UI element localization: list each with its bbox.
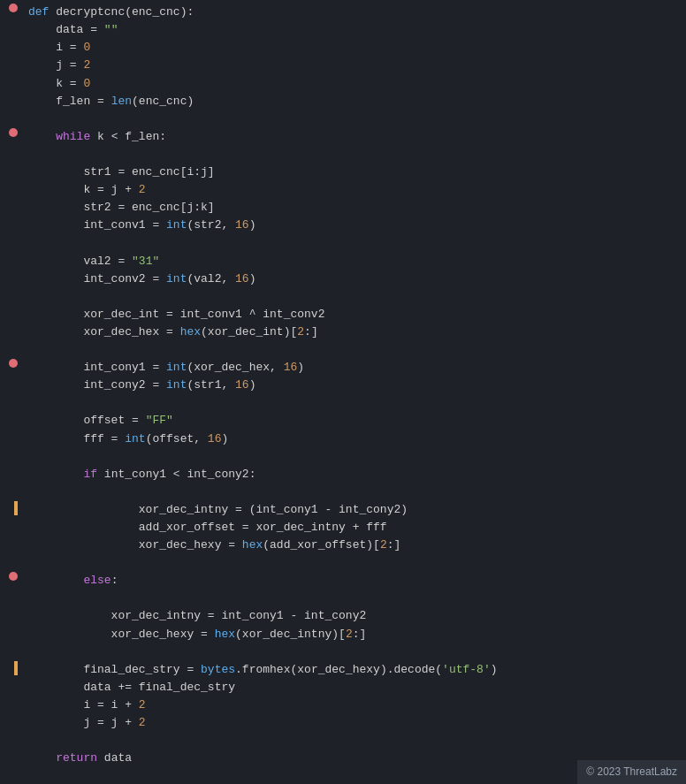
code-line: while k < f_len: [0,128,686,146]
code-line: xor_dec_hexy = hex(add_xor_offset)[2:] [0,537,686,554]
code-line: int_conv2 = int(val2, 16) [0,270,686,288]
code-text: j = 2 [25,57,679,74]
code-line: k = j + 2 [0,181,686,199]
code-text: val2 = "31" [25,253,679,270]
code-line: k = 0 [0,75,686,93]
code-editor: def decryptcnc(enc_cnc): data = "" i = 0… [0,0,686,784]
line-gutter [0,359,25,368]
code-text: int_cony2 = int(str1, 16) [25,377,679,394]
code-text: int_cony1 = int(xor_dec_hex, 16) [25,359,679,377]
code-line: if int_cony1 < int_cony2: [0,466,686,483]
code-line: val2 = "31" [0,253,686,270]
code-line [0,732,686,750]
code-line [0,590,686,607]
code-text: if int_cony1 < int_cony2: [25,466,679,483]
code-text: offset = "FF" [25,412,679,430]
code-line [0,448,686,466]
code-line: offset = "FF" [0,412,686,430]
line-gutter [0,572,25,581]
code-line [0,643,686,661]
line-gutter [0,128,25,137]
code-text: i = 0 [25,39,679,57]
code-line: add_xor_offset = xor_dec_intny + fff [0,519,686,537]
code-line: else: [0,572,686,590]
code-text: xor_dec_intny = int_cony1 - int_cony2 [25,607,679,625]
code-text: xor_dec_hexy = hex(add_xor_offset)[2:] [25,537,679,554]
code-text: k = 0 [25,75,679,93]
code-line: int_cony1 = int(xor_dec_hex, 16) [0,359,686,377]
code-line: i = 0 [0,39,686,57]
breakpoint-marker [9,128,18,137]
breakpoint-marker [9,359,18,368]
code-text: data = "" [25,21,679,39]
code-text: def decryptcnc(enc_cnc): [25,4,679,21]
code-line: j = 2 [0,57,686,74]
code-line: xor_dec_intny = (int_cony1 - int_cony2) [0,501,686,519]
code-line: def decryptcnc(enc_cnc): [0,4,686,21]
breakpoint-marker [9,572,18,581]
code-line [0,483,686,501]
code-line [0,288,686,306]
code-text: j = j + 2 [25,714,679,732]
code-text: int_conv2 = int(val2, 16) [25,270,679,288]
code-line [0,146,686,164]
code-line: final_dec_stry = bytes.fromhex(xor_dec_h… [0,661,686,679]
code-text: data += final_dec_stry [25,679,679,696]
code-content: def decryptcnc(enc_cnc): data = "" i = 0… [0,4,686,784]
code-text: xor_dec_hexy = hex(xor_dec_intny)[2:] [25,626,679,643]
orange-marker [14,501,18,515]
line-gutter [0,501,25,515]
code-line: xor_dec_hexy = hex(xor_dec_intny)[2:] [0,626,686,643]
code-line: j = j + 2 [0,714,686,732]
code-line [0,554,686,572]
code-line [0,235,686,253]
code-line: xor_dec_intny = int_cony1 - int_cony2 [0,607,686,625]
code-text: str2 = enc_cnc[j:k] [25,199,679,217]
code-line: data += final_dec_stry [0,679,686,696]
code-line: xor_dec_hex = hex(xor_dec_int)[2:] [0,323,686,341]
breakpoint-marker [9,4,18,12]
code-line: int_conv1 = int(str2, 16) [0,217,686,234]
code-text: xor_dec_hex = hex(xor_dec_int)[2:] [25,323,679,341]
code-line [0,110,686,128]
code-text: xor_dec_int = int_conv1 ^ int_conv2 [25,306,679,323]
line-gutter [0,4,25,12]
code-text: else: [25,572,679,590]
code-line [0,341,686,359]
code-line: str1 = enc_cnc[i:j] [0,164,686,181]
code-line: int_cony2 = int(str1, 16) [0,377,686,394]
code-text: str1 = enc_cnc[i:j] [25,164,679,181]
code-text: i = i + 2 [25,696,679,714]
code-line: str2 = enc_cnc[j:k] [0,199,686,217]
code-text: fff = int(offset, 16) [25,430,679,448]
code-line: xor_dec_int = int_conv1 ^ int_conv2 [0,306,686,323]
code-text: while k < f_len: [25,128,679,146]
code-text: add_xor_offset = xor_dec_intny + fff [25,519,679,537]
code-text: xor_dec_intny = (int_cony1 - int_cony2) [25,501,679,519]
code-line: i = i + 2 [0,696,686,714]
code-line [0,394,686,412]
code-text: final_dec_stry = bytes.fromhex(xor_dec_h… [25,661,679,679]
footer-copyright: © 2023 ThreatLabz [577,760,686,784]
code-text: k = j + 2 [25,181,679,199]
code-text: int_conv1 = int(str2, 16) [25,217,679,234]
line-gutter [0,661,25,675]
code-line: f_len = len(enc_cnc) [0,93,686,110]
code-text: f_len = len(enc_cnc) [25,93,679,110]
orange-marker [14,661,18,675]
code-line: fff = int(offset, 16) [0,430,686,448]
code-line: data = "" [0,21,686,39]
